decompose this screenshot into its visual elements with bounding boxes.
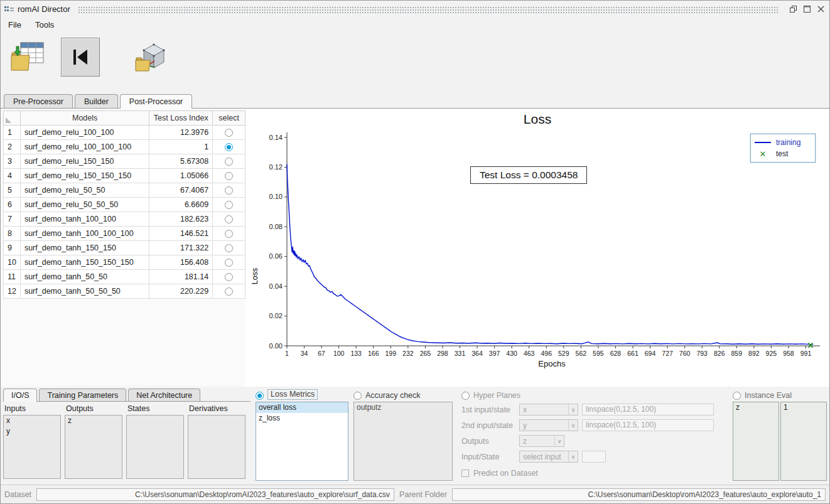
tab-training-parameters[interactable]: Training Parameters xyxy=(39,389,126,401)
list-item[interactable]: y xyxy=(4,426,60,437)
model-select-radio[interactable] xyxy=(225,129,233,137)
table-row[interactable]: 10surf_demo_tanh_150_150_150156.408 xyxy=(4,255,245,270)
undock-icon[interactable] xyxy=(788,4,798,14)
select-cell[interactable] xyxy=(213,284,245,299)
hyper-planes-radio[interactable] xyxy=(461,392,470,400)
table-row[interactable]: 4surf_demo_relu_150_150_1501.05066 xyxy=(4,169,245,183)
table-row[interactable]: 1surf_demo_relu_100_10012.3976 xyxy=(4,126,245,140)
table-row[interactable]: 12surf_demo_tanh_50_50_50220.229 xyxy=(4,284,245,299)
first-input-combo[interactable]: x ∨ xyxy=(519,404,578,416)
table-row[interactable]: 2surf_demo_relu_100_100_1001 xyxy=(4,140,245,154)
accuracy-check-radio[interactable] xyxy=(353,392,362,400)
test-loss-cell[interactable]: 12.3976 xyxy=(149,126,213,140)
close-icon[interactable] xyxy=(816,4,826,14)
test-loss-cell[interactable]: 220.229 xyxy=(149,284,213,299)
list-item[interactable]: overall loss xyxy=(256,402,348,413)
test-loss-cell[interactable]: 1 xyxy=(149,140,213,154)
second-input-linspace-field[interactable]: linspace(0,12.5, 100) xyxy=(582,419,714,431)
test-loss-cell[interactable]: 171.322 xyxy=(149,241,213,255)
model-name-cell[interactable]: surf_demo_relu_100_100 xyxy=(20,126,149,140)
model-name-cell[interactable]: surf_demo_relu_150_150 xyxy=(20,154,149,169)
test-loss-cell[interactable]: 182.623 xyxy=(149,212,213,227)
tab-post-processor[interactable]: Post-Processor xyxy=(120,94,192,109)
menu-file[interactable]: File xyxy=(7,19,23,31)
load-model-button[interactable] xyxy=(132,38,171,77)
model-select-radio[interactable] xyxy=(225,259,233,267)
test-loss-cell[interactable]: 6.6609 xyxy=(149,198,213,212)
table-row[interactable]: 7surf_demo_tanh_100_100182.623 xyxy=(4,212,245,227)
model-name-cell[interactable]: surf_demo_tanh_100_100 xyxy=(20,212,149,227)
list-item[interactable]: z xyxy=(733,402,779,413)
dataset-path-field[interactable]: C:\Users\sonuman\Desktop\romAI2023_featu… xyxy=(36,488,394,501)
model-select-radio[interactable] xyxy=(225,230,233,238)
menu-tools[interactable]: Tools xyxy=(34,19,55,31)
list-item[interactable]: 1 xyxy=(781,402,826,413)
model-name-cell[interactable]: surf_demo_relu_100_100_100 xyxy=(20,140,149,154)
input-state-combo[interactable]: select input ∨ xyxy=(519,451,578,463)
model-name-cell[interactable]: surf_demo_tanh_150_150 xyxy=(20,241,149,255)
model-name-cell[interactable]: surf_demo_tanh_50_50 xyxy=(20,270,149,284)
table-row[interactable]: 11surf_demo_tanh_50_50181.14 xyxy=(4,270,245,284)
model-select-radio[interactable] xyxy=(225,172,233,180)
select-cell[interactable] xyxy=(213,198,245,212)
test-loss-cell[interactable]: 1.05066 xyxy=(149,169,213,183)
tab-pre-processor[interactable]: Pre-Processor xyxy=(4,94,73,108)
loss-metrics-radio[interactable] xyxy=(256,392,264,400)
select-cell[interactable] xyxy=(213,241,245,255)
test-loss-cell[interactable]: 67.4067 xyxy=(149,183,213,198)
column-header-test-loss[interactable]: Test Loss Index xyxy=(149,111,213,126)
hp-outputs-combo[interactable]: z ∨ xyxy=(519,435,564,447)
table-row[interactable]: 6surf_demo_relu_50_50_506.6609 xyxy=(4,198,245,212)
loss-metrics-list[interactable]: overall lossz_loss xyxy=(256,402,348,481)
derivatives-list[interactable] xyxy=(188,415,245,479)
list-item[interactable]: outputz xyxy=(354,402,452,413)
select-cell[interactable] xyxy=(213,154,245,169)
table-row[interactable]: 3surf_demo_relu_150_1505.67308 xyxy=(4,154,245,169)
select-cell[interactable] xyxy=(213,140,245,154)
test-loss-cell[interactable]: 181.14 xyxy=(149,270,213,284)
input-state-value-field[interactable] xyxy=(582,451,606,463)
model-select-radio[interactable] xyxy=(225,215,233,223)
instance-eval-radio[interactable] xyxy=(733,392,741,400)
tab-ios[interactable]: I/O/S xyxy=(3,389,37,402)
tab-builder[interactable]: Builder xyxy=(75,94,118,108)
table-row[interactable]: 9surf_demo_tanh_150_150171.322 xyxy=(4,241,245,255)
first-input-linspace-field[interactable]: linspace(0,12.5, 100) xyxy=(582,404,714,416)
test-loss-cell[interactable]: 156.408 xyxy=(149,255,213,270)
select-cell[interactable] xyxy=(213,270,245,284)
states-list[interactable] xyxy=(126,415,184,479)
list-item[interactable]: z_loss xyxy=(256,413,348,424)
test-loss-cell[interactable]: 5.67308 xyxy=(149,154,213,169)
select-cell[interactable] xyxy=(213,212,245,227)
chart-legend[interactable]: training ✕ test xyxy=(750,134,816,163)
column-header-models[interactable]: Models xyxy=(20,111,149,126)
accuracy-check-list[interactable]: outputz xyxy=(353,402,453,481)
instance-eval-values-list[interactable]: 1 xyxy=(780,402,827,481)
model-select-radio[interactable] xyxy=(225,158,233,166)
model-select-radio[interactable] xyxy=(225,186,233,195)
model-name-cell[interactable]: surf_demo_tanh_50_50_50 xyxy=(20,284,149,299)
list-item[interactable]: z xyxy=(65,416,122,426)
test-loss-cell[interactable]: 146.521 xyxy=(149,227,213,241)
select-cell[interactable] xyxy=(213,126,245,140)
model-name-cell[interactable]: surf_demo_relu_50_50 xyxy=(20,183,149,198)
model-select-radio[interactable] xyxy=(225,143,233,151)
reset-button[interactable] xyxy=(61,38,100,77)
select-cell[interactable] xyxy=(213,255,245,270)
select-cell[interactable] xyxy=(213,183,245,198)
model-select-radio[interactable] xyxy=(225,273,233,281)
second-input-combo[interactable]: y ∨ xyxy=(519,419,578,431)
inputs-list[interactable]: xy xyxy=(3,415,61,479)
parent-folder-path-field[interactable]: C:\Users\sonuman\Desktop\romAI2023_featu… xyxy=(452,488,826,501)
import-dataset-button[interactable] xyxy=(8,38,47,77)
model-select-radio[interactable] xyxy=(225,244,233,252)
select-cell[interactable] xyxy=(213,169,245,183)
select-cell[interactable] xyxy=(213,227,245,241)
tab-net-architecture[interactable]: Net Architecture xyxy=(128,389,200,401)
model-name-cell[interactable]: surf_demo_relu_50_50_50 xyxy=(20,198,149,212)
model-name-cell[interactable]: surf_demo_tanh_100_100_100 xyxy=(20,227,149,241)
model-select-radio[interactable] xyxy=(225,287,233,296)
outputs-list[interactable]: z xyxy=(65,415,122,479)
model-name-cell[interactable]: surf_demo_relu_150_150_150 xyxy=(20,169,149,183)
maximize-icon[interactable] xyxy=(802,4,812,14)
